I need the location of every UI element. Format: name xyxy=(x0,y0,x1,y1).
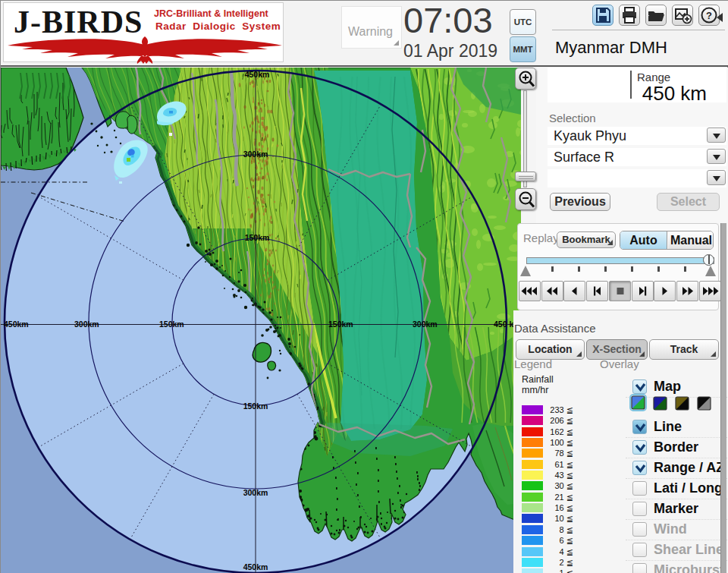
svg-text:300km: 300km xyxy=(243,150,268,159)
svg-text:450 k: 450 k xyxy=(494,320,513,329)
svg-text:450km: 450km xyxy=(243,562,268,571)
svg-text:450km: 450km xyxy=(4,320,29,329)
svg-text:150km: 150km xyxy=(328,320,353,329)
svg-text:150km: 150km xyxy=(243,401,268,411)
svg-text:150km: 150km xyxy=(159,320,184,329)
svg-text:?: ? xyxy=(706,10,712,21)
svg-text:300km: 300km xyxy=(74,320,99,329)
svg-text:450km: 450km xyxy=(245,70,270,79)
svg-text:150km: 150km xyxy=(245,233,270,242)
svg-text:300km: 300km xyxy=(413,320,438,329)
svg-text:300km: 300km xyxy=(243,488,268,497)
